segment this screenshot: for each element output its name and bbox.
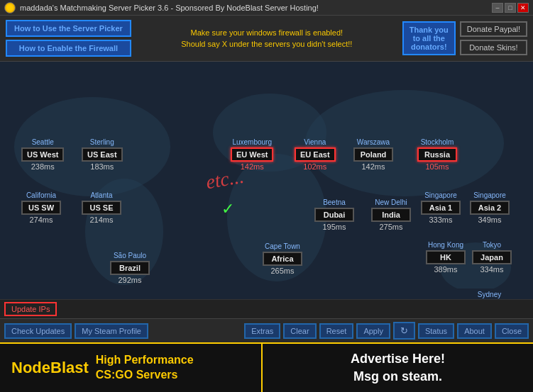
ad-banner: NodeBlast High Performance CS:GO Servers… <box>0 342 533 392</box>
ms-seattle: 238ms <box>31 162 55 171</box>
server-btn-saopaulo[interactable]: Brazil <box>110 261 150 275</box>
ad-right-line2: Msg on steam. <box>351 368 445 386</box>
ad-right-line1: Advertise Here! <box>351 350 445 368</box>
ms-hongkong: 389ms <box>434 265 457 274</box>
ms-saopaulo: 292ms <box>118 276 141 284</box>
region-capetown: Cape Town <box>265 242 300 251</box>
server-stockholm: Stockholm Russia 105ms <box>417 138 457 171</box>
server-btn-dubai[interactable]: Dubai <box>314 208 354 222</box>
ms-vienna: 102ms <box>303 162 326 171</box>
server-capetown: Cape Town Africa 265ms <box>263 242 302 275</box>
window-controls: – □ ✕ <box>492 3 529 13</box>
close-button[interactable]: ✕ <box>517 3 529 13</box>
app-icon <box>4 2 16 13</box>
maximize-button[interactable]: □ <box>505 3 516 13</box>
region-saopaulo: São Paulo <box>114 252 146 260</box>
about-button[interactable]: About <box>457 323 492 339</box>
region-sydney: Sydney <box>478 291 501 299</box>
region-warsaw: Warszawa <box>357 138 390 147</box>
minimize-button[interactable]: – <box>492 3 503 13</box>
apply-button[interactable]: Apply <box>356 323 390 339</box>
server-saopaulo: São Paulo Brazil 292ms <box>110 252 150 284</box>
ms-sterling: 183ms <box>90 162 114 171</box>
server-btn-sterling[interactable]: US East <box>82 147 123 162</box>
server-btn-newdelhi[interactable]: India <box>371 208 411 222</box>
region-singapore1: Singapore <box>424 191 457 200</box>
extras-button[interactable]: Extras <box>244 323 280 339</box>
server-luxembourg: Luxembourg EU West 142ms <box>231 138 273 171</box>
refresh-button[interactable]: ↻ <box>393 322 415 340</box>
notice-line2: Should say X under the servers you didn'… <box>137 38 397 50</box>
server-btn-hongkong[interactable]: HK <box>426 250 466 264</box>
server-warsaw: Warszawa Poland 142ms <box>353 138 393 171</box>
thank-you-box: Thank you to all the donators! <box>402 21 456 55</box>
ad-right-text: Advertise Here! Msg on steam. <box>351 350 445 386</box>
donate-skins-button[interactable]: Donate Skins! <box>460 40 527 55</box>
server-singapore1: Singapore Asia 1 333ms <box>421 191 461 224</box>
ms-tokyo: 334ms <box>480 265 503 274</box>
firewall-button[interactable]: How to Enable the Firewall <box>6 40 131 57</box>
steam-profile-button[interactable]: My Steam Profile <box>75 323 148 339</box>
ad-left-text: High Performance CS:GO Servers <box>96 353 194 383</box>
ad-text-line1: High Performance <box>96 353 194 368</box>
status-button[interactable]: Status <box>418 323 454 339</box>
ms-newdelhi: 275ms <box>379 223 402 231</box>
ms-dubai: 195ms <box>322 223 346 231</box>
logo-node: Node <box>11 359 50 376</box>
check-updates-button[interactable]: Check Updates <box>4 323 72 339</box>
top-bar: How to Use the Server Picker How to Enab… <box>0 16 533 62</box>
server-newdelhi: New Delhi India 275ms <box>371 198 411 231</box>
server-btn-tokyo[interactable]: Japan <box>472 250 512 264</box>
server-singapore2: Singapore Asia 2 349ms <box>470 191 510 224</box>
update-ips-button[interactable]: Update IPs <box>4 302 57 316</box>
ms-singapore1: 333ms <box>429 215 452 224</box>
server-california: California US SW 274ms <box>21 191 61 224</box>
ad-right[interactable]: Advertise Here! Msg on steam. <box>263 344 533 392</box>
ms-stockholm: 105ms <box>425 162 449 171</box>
nodeblast-logo: NodeBlast <box>11 359 89 377</box>
title-bar: maddada's Matchmaking Server Picker 3.6 … <box>0 0 533 16</box>
server-btn-stockholm[interactable]: Russia <box>417 147 457 162</box>
checkmark-icon: ✓ <box>221 200 234 218</box>
ms-capetown: 265ms <box>270 267 294 275</box>
title-bar-left: maddada's Matchmaking Server Picker 3.6 … <box>4 2 319 13</box>
region-tokyo: Tokyo <box>483 241 501 250</box>
ad-left[interactable]: NodeBlast High Performance CS:GO Servers <box>0 344 263 392</box>
region-sterling: Sterling <box>90 138 114 147</box>
ms-singapore2: 349ms <box>478 215 501 224</box>
map-area: etc... ✓ Seattle US West 238ms Sterling … <box>0 62 533 299</box>
server-seattle: Seattle US West 238ms <box>21 138 64 171</box>
window-title: maddada's Matchmaking Server Picker 3.6 … <box>20 4 319 12</box>
server-btn-vienna[interactable]: EU East <box>295 147 336 162</box>
server-btn-singapore2[interactable]: Asia 2 <box>470 201 510 215</box>
server-btn-luxembourg[interactable]: EU West <box>231 147 273 162</box>
region-luxembourg: Luxembourg <box>232 138 272 147</box>
server-btn-capetown[interactable]: Africa <box>263 252 302 266</box>
server-btn-warsaw[interactable]: Poland <box>353 147 393 162</box>
region-vienna: Vienna <box>304 138 326 147</box>
server-hongkong: Hong Kong HK 389ms <box>426 241 466 274</box>
server-btn-seattle[interactable]: US West <box>21 147 64 162</box>
update-row: Update IPs <box>0 299 533 318</box>
server-btn-california[interactable]: US SW <box>21 201 61 215</box>
ms-atlanta: 214ms <box>89 215 113 224</box>
region-seattle: Seattle <box>32 138 54 147</box>
region-dubai: Beetna <box>323 198 346 207</box>
server-btn-atlanta[interactable]: US SE <box>82 201 121 215</box>
bottom-toolbar: Check Updates My Steam Profile Extras Cl… <box>0 318 533 342</box>
region-stockholm: Stockholm <box>421 138 454 147</box>
server-picker-button[interactable]: How to Use the Server Picker <box>6 20 131 37</box>
ms-luxembourg: 142ms <box>241 162 264 171</box>
top-left-buttons: How to Use the Server Picker How to Enab… <box>6 20 131 57</box>
region-hongkong: Hong Kong <box>428 241 463 250</box>
server-sterling: Sterling US East 183ms <box>82 138 123 171</box>
close-app-button[interactable]: Close <box>495 323 529 339</box>
donate-paypal-button[interactable]: Donate Paypal! <box>460 21 527 37</box>
notice-line1: Make sure your windows firewall is enabl… <box>137 27 397 39</box>
server-dubai: Beetna Dubai 195ms <box>314 198 354 231</box>
server-sydney: Sydney Australia 422ms <box>467 291 512 299</box>
server-btn-singapore1[interactable]: Asia 1 <box>421 201 461 215</box>
region-california: California <box>26 191 56 200</box>
reset-button[interactable]: Reset <box>319 323 354 339</box>
clear-button[interactable]: Clear <box>283 323 316 339</box>
